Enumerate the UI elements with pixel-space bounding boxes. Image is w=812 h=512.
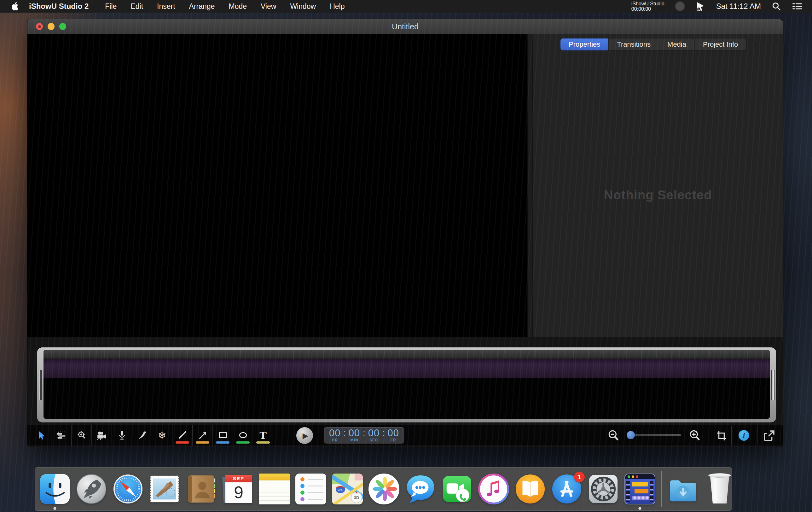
menu-help[interactable]: Help bbox=[330, 2, 345, 11]
tab-media[interactable]: Media bbox=[659, 38, 695, 51]
app-menu-title[interactable]: iShowU Studio 2 bbox=[29, 2, 89, 11]
timeline-left-handle[interactable] bbox=[39, 370, 42, 400]
downloads-folder-icon bbox=[668, 474, 698, 505]
timecode-frames: 00 bbox=[387, 428, 399, 438]
clips-tool-button[interactable] bbox=[51, 425, 71, 446]
dock-item-trash[interactable] bbox=[704, 474, 735, 505]
dimmed-menu-extra-icon[interactable] bbox=[675, 2, 685, 11]
line-tool-button[interactable] bbox=[172, 425, 193, 446]
panel-splitter[interactable] bbox=[527, 34, 533, 337]
timeline-track[interactable] bbox=[44, 359, 770, 378]
zoom-slider-knob[interactable] bbox=[627, 431, 635, 439]
arrow-tool-button[interactable] bbox=[193, 425, 213, 446]
dock-item-app-store[interactable]: 1 bbox=[551, 474, 582, 505]
select-tool-button[interactable] bbox=[31, 425, 51, 446]
window-title-bar[interactable]: Untitled bbox=[27, 19, 783, 34]
calendar-month-label: SEP bbox=[225, 475, 252, 482]
dock-item-facetime[interactable] bbox=[442, 474, 472, 505]
timeline-zoom-slider[interactable] bbox=[627, 434, 681, 436]
zoom-in-button[interactable] bbox=[688, 429, 702, 444]
photos-icon bbox=[369, 474, 399, 505]
trash-icon bbox=[708, 475, 732, 504]
camera-tool-button[interactable] bbox=[92, 425, 112, 446]
tab-properties[interactable]: Properties bbox=[560, 38, 609, 51]
menu-arrange[interactable]: Arrange bbox=[189, 2, 215, 11]
notification-center-icon[interactable] bbox=[792, 2, 803, 11]
maps-icon: 280 3D bbox=[332, 474, 363, 505]
dock-item-launchpad[interactable] bbox=[76, 474, 107, 505]
freeze-tool-button[interactable]: ❄ bbox=[152, 425, 172, 446]
messages-icon bbox=[405, 474, 436, 505]
microphone-tool-button[interactable] bbox=[112, 425, 132, 446]
dock-item-mail[interactable] bbox=[149, 474, 180, 505]
dock-item-photos[interactable] bbox=[369, 474, 399, 505]
safari-icon bbox=[113, 474, 143, 505]
ishowu-pointer-icon[interactable] bbox=[695, 1, 705, 11]
share-button[interactable] bbox=[762, 429, 776, 444]
dock-item-itunes[interactable] bbox=[478, 474, 509, 505]
ellipse-color-swatch bbox=[236, 442, 250, 444]
dock-item-calendar[interactable]: SEP 9 bbox=[222, 474, 253, 505]
menu-bar-clock[interactable]: Sat 11:12 AM bbox=[716, 2, 761, 11]
dock-item-maps[interactable]: 280 3D bbox=[332, 474, 363, 505]
dock-item-reminders[interactable] bbox=[295, 474, 326, 505]
dock-item-ishowu-studio[interactable] bbox=[625, 474, 655, 505]
timeline-section: ❄ T bbox=[27, 337, 783, 447]
crop-button[interactable] bbox=[715, 429, 728, 443]
timeline-right-handle[interactable] bbox=[771, 370, 775, 400]
status-timer: 00:00:00 bbox=[631, 6, 651, 12]
menu-file[interactable]: File bbox=[105, 2, 117, 11]
dock-item-messages[interactable] bbox=[405, 474, 436, 505]
window-title: Untitled bbox=[27, 22, 783, 31]
finder-icon bbox=[39, 474, 70, 505]
snowflake-icon: ❄ bbox=[158, 430, 167, 440]
dock-item-safari[interactable] bbox=[113, 474, 143, 505]
inspector-tab-bar: Properties Transitions Media Project Inf… bbox=[560, 38, 746, 51]
menu-view[interactable]: View bbox=[261, 2, 276, 11]
ishowu-studio-icon bbox=[625, 474, 655, 505]
timecode-minutes-label: MIN bbox=[350, 438, 358, 442]
ellipse-tool-button[interactable] bbox=[233, 425, 253, 446]
zoom-pan-tool-button[interactable] bbox=[71, 425, 92, 446]
menu-window[interactable]: Window bbox=[290, 2, 316, 11]
launchpad-icon bbox=[76, 474, 107, 505]
dock: SEP 9 280 3D bbox=[35, 467, 732, 511]
menu-mode[interactable]: Mode bbox=[229, 2, 247, 11]
menu-insert[interactable]: Insert bbox=[157, 2, 175, 11]
arrow-color-swatch bbox=[196, 442, 209, 444]
timecode-seconds: 00 bbox=[368, 428, 379, 438]
zoom-out-button[interactable] bbox=[607, 429, 621, 444]
timecode-frames-label: FR bbox=[390, 438, 396, 442]
timecode-separator: : bbox=[382, 428, 385, 438]
tab-transitions[interactable]: Transitions bbox=[609, 38, 659, 51]
menu-edit[interactable]: Edit bbox=[130, 2, 143, 11]
timeline[interactable] bbox=[44, 350, 770, 419]
info-button[interactable]: i bbox=[738, 430, 749, 441]
mail-icon bbox=[149, 474, 180, 505]
info-icon: i bbox=[743, 431, 745, 440]
ishowu-recording-status[interactable]: iShowU Studio 00:00:00 bbox=[631, 1, 665, 12]
notes-icon bbox=[259, 474, 290, 505]
dock-item-finder[interactable] bbox=[39, 474, 70, 505]
maps-route-shield: 280 bbox=[336, 486, 345, 493]
dock-item-contacts[interactable] bbox=[186, 474, 216, 505]
preview-canvas[interactable] bbox=[27, 34, 527, 337]
dock-item-system-preferences[interactable] bbox=[588, 474, 619, 505]
text-tool-button[interactable]: T bbox=[253, 425, 273, 446]
dock-item-downloads[interactable] bbox=[668, 474, 698, 505]
rectangle-color-swatch bbox=[216, 442, 230, 444]
tab-project-info[interactable]: Project Info bbox=[695, 38, 746, 51]
dock-item-ibooks[interactable] bbox=[515, 474, 546, 505]
dock-item-notes[interactable] bbox=[259, 474, 290, 505]
timecode-minutes: 00 bbox=[349, 428, 360, 438]
system-preferences-icon bbox=[588, 474, 619, 505]
play-icon: ▶ bbox=[302, 431, 308, 440]
toolbar-separator bbox=[731, 426, 732, 445]
rectangle-tool-button[interactable] bbox=[213, 425, 233, 446]
apple-menu-icon[interactable] bbox=[11, 2, 20, 11]
play-button[interactable]: ▶ bbox=[296, 427, 313, 444]
timeline-ruler[interactable] bbox=[44, 350, 770, 359]
draw-tool-button[interactable] bbox=[132, 425, 152, 446]
spotlight-search-icon[interactable] bbox=[772, 2, 781, 11]
ishowu-window: Untitled Properties Transitions Media Pr… bbox=[27, 19, 783, 447]
